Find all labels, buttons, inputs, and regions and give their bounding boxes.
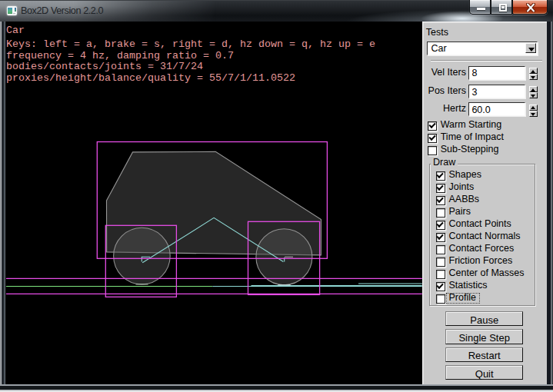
svg-text:frequency = 4 hz, damping rati: frequency = 4 hz, damping ratio = 0.7 bbox=[6, 50, 234, 61]
svg-text:Car: Car bbox=[6, 25, 25, 36]
svg-text:Keys: left = a, brake = s, rig: Keys: left = a, brake = s, right = d, hz… bbox=[6, 38, 375, 50]
svg-text:bodies/contacts/joints = 31/7/: bodies/contacts/joints = 31/7/24 bbox=[6, 61, 203, 72]
svg-text:proxies/height/balance/quality: proxies/height/balance/quality = 55/7/1/… bbox=[6, 72, 295, 84]
